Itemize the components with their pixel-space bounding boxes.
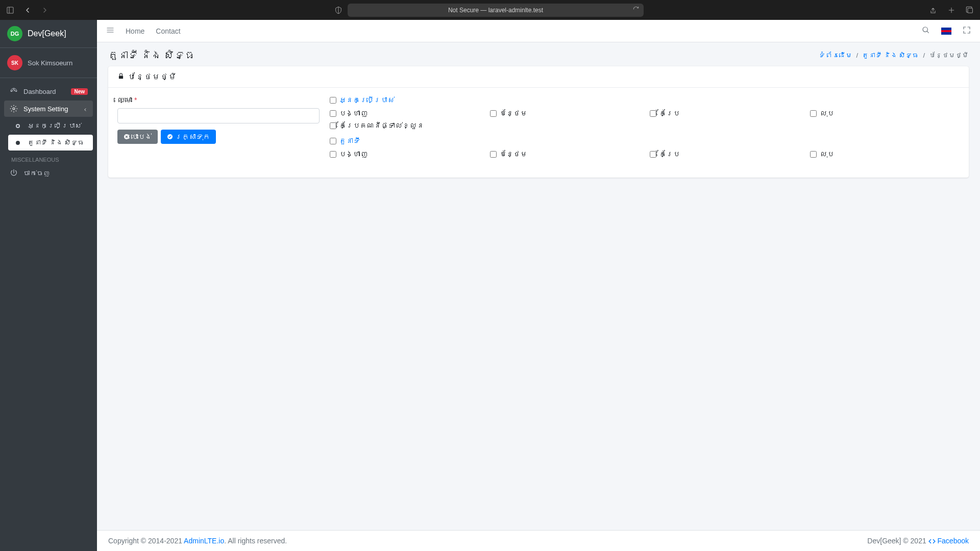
sidebar-item-label: System Setting — [23, 105, 78, 113]
perm-item: កែប្រែគណនីផ្ទាល់ខ្លួន — [330, 121, 960, 130]
perm-group-roles: តួនាទី បង្ហាញ បន្ថែម កែប្រែ លុប — [330, 137, 960, 158]
breadcrumb-parent[interactable]: តួនាទី និង សិទ្ធ — [862, 52, 919, 59]
power-icon — [9, 169, 18, 177]
permissions-column: អ្នកប្រើប្រាស់ បង្ហាញ បន្ថែម កែប្រែ លុប … — [330, 96, 960, 165]
badge-new: New — [71, 88, 88, 95]
perm-checkbox-edit-own[interactable] — [330, 122, 336, 129]
sidebar-item-dashboard[interactable]: Dashboard New — [4, 83, 93, 99]
reload-icon[interactable] — [632, 6, 640, 14]
svg-rect-0 — [7, 7, 13, 13]
url-text: Not Secure — laravel-adminlte.test — [448, 7, 543, 14]
browser-nav — [6, 6, 49, 14]
avatar: SK — [7, 55, 22, 70]
perm-checkbox-create[interactable] — [490, 151, 497, 158]
sidebar-item-label: តួនាទី និង សិទ្ធ — [28, 139, 88, 146]
fullscreen-icon[interactable] — [963, 26, 971, 36]
sidebar-toggle-icon[interactable] — [6, 6, 14, 14]
perm-item: កែប្រែ — [650, 109, 800, 117]
shield-icon — [334, 6, 342, 14]
breadcrumb: ទំព័រដើម / តួនាទី និង សិទ្ធ / បន្ថែមថ្មី — [819, 52, 969, 59]
perm-checkbox-delete[interactable] — [810, 110, 817, 117]
perm-group-head: តួនាទី — [330, 137, 960, 145]
footer-right: Dev[Geek] © 2021 Facebook — [867, 537, 969, 545]
share-icon[interactable] — [929, 6, 937, 14]
sidebar-item-system-setting[interactable]: System Setting — [4, 101, 93, 117]
svg-rect-6 — [119, 76, 123, 79]
svg-point-4 — [13, 108, 15, 110]
topbar-right — [922, 26, 971, 36]
perm-item: បង្ហាញ — [330, 109, 480, 117]
name-input[interactable] — [117, 108, 320, 123]
app: DG Dev[Geek] SK Sok Kimsoeurn Dashboard … — [0, 20, 980, 551]
perm-checkbox-view[interactable] — [330, 151, 336, 158]
browser-chrome: Not Secure — laravel-adminlte.test — [0, 0, 980, 20]
user-panel[interactable]: SK Sok Kimsoeurn — [0, 48, 97, 78]
cancel-button[interactable]: បោះបង់ — [117, 130, 158, 144]
perm-item: បន្ថែម — [490, 150, 640, 158]
breadcrumb-sep: / — [923, 52, 925, 59]
perm-checkbox-delete[interactable] — [810, 151, 817, 158]
tabs-icon[interactable] — [966, 6, 974, 14]
perm-checkbox-create[interactable] — [490, 110, 497, 117]
back-icon[interactable] — [23, 6, 32, 14]
perm-group-checkbox-users[interactable] — [330, 97, 336, 104]
page-title: តួនាទី និង សិទ្ធ — [108, 49, 195, 61]
sidebar-item-roles[interactable]: តួនាទី និង សិទ្ធ — [8, 135, 93, 151]
footer-link-adminlte[interactable]: AdminLTE.io — [184, 537, 224, 545]
code-icon — [928, 538, 936, 545]
circle-icon — [13, 124, 22, 128]
required-mark: * — [134, 96, 137, 104]
browser-address: Not Secure — laravel-adminlte.test — [55, 4, 923, 17]
new-tab-icon[interactable] — [947, 6, 955, 14]
user-name: Sok Kimsoeurn — [28, 59, 72, 67]
perm-item: កែប្រែ — [650, 150, 800, 158]
svg-rect-3 — [968, 8, 972, 13]
gear-icon — [9, 105, 18, 113]
nav-header-misc: MISCELLANEOUS — [4, 152, 93, 165]
footer-link-facebook[interactable]: Facebook — [938, 537, 969, 545]
save-button[interactable]: រក្សាទុក — [161, 130, 216, 144]
brand-logo: DG — [7, 26, 22, 41]
forward-icon[interactable] — [41, 6, 49, 14]
perm-checkbox-view[interactable] — [330, 110, 336, 117]
sidebar-item-users[interactable]: អ្នកប្រើប្រាស់ — [8, 118, 93, 134]
perm-group-checkbox-roles[interactable] — [330, 138, 336, 144]
perm-grid: បង្ហាញ បន្ថែម កែប្រែ លុប — [330, 150, 960, 158]
menu-toggle-icon[interactable] — [106, 26, 114, 36]
sidebar-item-label: ចាក់ចេញ — [23, 169, 88, 177]
breadcrumb-home[interactable]: ទំព័រដើម — [819, 52, 852, 59]
perm-checkbox-edit[interactable] — [650, 151, 656, 158]
perm-group-head: អ្នកប្រើប្រាស់ — [330, 96, 960, 104]
lock-icon — [117, 72, 125, 81]
sidebar-item-label: អ្នកប្រើប្រាស់ — [28, 122, 88, 130]
perm-group-users: អ្នកប្រើប្រាស់ បង្ហាញ បន្ថែម កែប្រែ លុប … — [330, 96, 960, 130]
sidebar: DG Dev[Geek] SK Sok Kimsoeurn Dashboard … — [0, 20, 97, 551]
topbar-link-contact[interactable]: Contact — [156, 27, 180, 35]
perm-checkbox-edit[interactable] — [650, 110, 656, 117]
perm-group-title[interactable]: តួនាទី — [339, 137, 360, 145]
card-title: បន្ថែមថ្មី — [128, 72, 177, 81]
footer-copyright: Copyright © 2014-2021 AdminLTE.io. All r… — [108, 537, 287, 545]
flag-cambodia-icon[interactable] — [941, 28, 951, 35]
breadcrumb-current: បន្ថែមថ្មី — [929, 52, 969, 59]
perm-item: បង្ហាញ — [330, 150, 480, 158]
sidebar-item-logout[interactable]: ចាក់ចេញ — [4, 165, 93, 181]
search-icon[interactable] — [922, 26, 930, 36]
card-body: ឈ្មោះ * បោះបង់ រក្សាទុក — [108, 88, 969, 178]
brand[interactable]: DG Dev[Geek] — [0, 20, 97, 48]
chevron-left-icon — [83, 106, 88, 111]
url-bar[interactable]: Not Secure — laravel-adminlte.test — [348, 4, 644, 17]
name-label: ឈ្មោះ * — [117, 96, 320, 104]
form-column: ឈ្មោះ * បោះបង់ រក្សាទុក — [117, 96, 320, 165]
topbar-link-home[interactable]: Home — [126, 27, 144, 35]
footer: Copyright © 2014-2021 AdminLTE.io. All r… — [97, 530, 980, 551]
sidebar-item-label: Dashboard — [23, 88, 66, 95]
breadcrumb-sep: / — [856, 52, 859, 59]
brand-name: Dev[Geek] — [28, 29, 66, 38]
card-header: បន្ថែមថ្មី — [108, 66, 969, 88]
dashboard-icon — [9, 87, 18, 95]
card-create-role: បន្ថែមថ្មី ឈ្មោះ * បោះបង់ រក្សាទុក — [108, 66, 969, 178]
perm-group-title[interactable]: អ្នកប្រើប្រាស់ — [339, 96, 395, 104]
perm-item: បន្ថែម — [490, 109, 640, 117]
perm-item: លុប — [810, 150, 960, 158]
